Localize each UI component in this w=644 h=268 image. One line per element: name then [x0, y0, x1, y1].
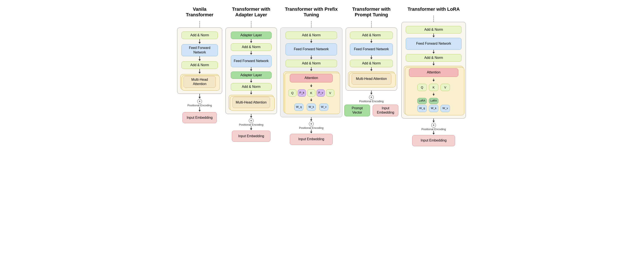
- mha-vanilla: Multi-Head Attention: [184, 76, 216, 88]
- svg-marker-51: [432, 64, 435, 66]
- svg-marker-35: [310, 120, 312, 121]
- add-norm-bot-vanilla: Add & Norm: [182, 62, 218, 69]
- svg-marker-43: [370, 69, 372, 71]
- svg-marker-33: [310, 100, 312, 101]
- pos-enc-label-prompt: Positional Encoding: [359, 100, 384, 103]
- ffn-lora: Feed Forward Network: [406, 38, 462, 50]
- k-prefix: K: [307, 89, 315, 97]
- add-norm-top-lora: Add & Norm: [406, 26, 462, 34]
- svg-marker-23: [250, 128, 252, 130]
- diagram-prefix: Transformer with Prefix Tuning Add & Nor…: [283, 6, 339, 145]
- svg-marker-21: [250, 116, 252, 118]
- v-prefix: V: [326, 89, 334, 97]
- prompt-vector: Prompt Vector: [344, 104, 370, 116]
- title-prompt: Transformer with Prompt Tuning: [348, 6, 395, 18]
- mha-outer-adapter: Multi-Head Attention: [228, 95, 274, 110]
- svg-marker-13: [250, 53, 252, 55]
- arrow-vanilla-5: [198, 107, 202, 112]
- dashed-top-prompt: [371, 21, 372, 28]
- add-norm-bot-adapter: Add & Norm: [231, 83, 272, 90]
- add-norm-bot-prompt: Add & Norm: [350, 60, 393, 67]
- lora-q: LoRA: [417, 98, 427, 104]
- title-lora: Transformer with LoRA: [408, 6, 460, 12]
- k-lora: K: [429, 84, 438, 91]
- wk-prefix: W_k: [307, 104, 316, 111]
- outer-prefix: Add & Norm Feed Forward Network Add & No…: [280, 28, 342, 117]
- svg-marker-5: [198, 72, 201, 74]
- add-norm-top-prefix: Add & Norm: [286, 32, 337, 39]
- add-norm-mid-lora: Add & Norm: [406, 54, 462, 62]
- add-norm-top-vanilla: Add & Norm: [182, 32, 218, 39]
- title-vanilla: Vanila Transformer: [180, 6, 219, 18]
- plus-prefix: +: [309, 122, 314, 126]
- wq-lora: W_q: [417, 105, 427, 112]
- diagram-lora: Transformer with LoRA Add & Norm Feed Fo…: [404, 6, 464, 146]
- svg-marker-39: [370, 41, 372, 43]
- diagrams-container: Vanila Transformer Add & Norm Feed Forwa…: [4, 6, 640, 146]
- dashed-top-adapter: [251, 21, 251, 28]
- dashed-top-lora: [434, 16, 434, 22]
- pos-enc-label-lora: Positional Encoding: [422, 128, 446, 131]
- add-norm-top-prompt: Add & Norm: [350, 32, 393, 39]
- plus-prompt: +: [369, 95, 374, 100]
- svg-marker-9: [198, 110, 201, 112]
- arrow-vanilla-2: [198, 56, 202, 62]
- title-adapter: Transformer with Adapter Layer: [228, 6, 275, 18]
- svg-marker-49: [432, 52, 435, 54]
- attention-lora: Attention: [409, 68, 458, 77]
- input-lora: Input Embedding: [412, 135, 455, 146]
- svg-marker-1: [198, 42, 201, 44]
- outer-adapter: Adapter Layer Add & Norm Feed Forward Ne…: [226, 28, 277, 114]
- wv-prefix: W_v: [319, 104, 328, 111]
- pos-enc-label-prefix: Positional Encoding: [299, 126, 324, 130]
- svg-marker-45: [370, 93, 372, 94]
- ffn-prompt: Feed Forward Network: [350, 44, 393, 56]
- diagram-vanilla: Vanila Transformer Add & Norm Feed Forwa…: [180, 6, 219, 123]
- svg-marker-3: [198, 59, 201, 61]
- mha-outer-vanilla: Multi-Head Attention: [180, 74, 219, 90]
- wq-prefix: W_q: [294, 104, 303, 111]
- svg-marker-17: [250, 81, 252, 83]
- outer-lora: Add & Norm Feed Forward Network Add & No…: [402, 22, 466, 118]
- wv-lora: W_v: [440, 105, 450, 112]
- add-norm-mid-prefix: Add & Norm: [286, 60, 337, 67]
- input-adapter: Input Embedding: [232, 130, 270, 142]
- input-prefix: Input Embedding: [290, 134, 333, 145]
- svg-marker-11: [250, 41, 252, 43]
- plus-adapter: +: [249, 118, 254, 123]
- diagram-prompt: Transformer with Prompt Tuning Add & Nor…: [348, 6, 395, 116]
- svg-marker-29: [310, 69, 312, 71]
- pos-enc-label-adapter: Positional Encoding: [239, 123, 264, 126]
- title-prefix: Transformer with Prefix Tuning: [283, 6, 339, 18]
- mha-outer-prompt: Multi-Head Attention: [348, 72, 395, 86]
- attention-outer-prefix: Attention Q P_k K P_v V W_q W_k W_v: [283, 72, 339, 113]
- svg-marker-57: [432, 121, 435, 122]
- q-lora: Q: [417, 84, 427, 91]
- plus-lora: +: [431, 123, 436, 128]
- svg-marker-55: [432, 94, 435, 96]
- diagram-adapter: Transformer with Adapter Layer Adapter L…: [228, 6, 275, 142]
- input-vanilla: Input Embedding: [182, 112, 217, 123]
- dashed-top-prefix: [311, 21, 312, 28]
- svg-marker-19: [250, 93, 252, 94]
- lora-k: LoRA: [429, 98, 438, 104]
- v-lora: V: [440, 84, 450, 91]
- outer-prompt: Add & Norm Feed Forward Network Add & No…: [346, 28, 397, 90]
- adapter-top: Adapter Layer: [231, 32, 272, 39]
- adapter-bot: Adapter Layer: [231, 72, 272, 79]
- ffn-adapter: Feed Forward Network: [231, 55, 272, 67]
- svg-marker-47: [432, 36, 435, 37]
- plus-vanilla: +: [197, 99, 202, 104]
- outer-vanilla: Add & Norm Feed Forward Network Add & No…: [177, 28, 222, 94]
- svg-marker-31: [310, 86, 312, 87]
- mha-prompt: Multi-Head Attention: [352, 74, 391, 84]
- svg-marker-41: [370, 58, 372, 59]
- arrow-ffn-vanilla: [198, 39, 202, 44]
- dashed-top-vanilla: [200, 21, 200, 28]
- svg-marker-27: [310, 58, 312, 59]
- q-prefix: Q: [288, 89, 296, 97]
- wk-lora: W_k: [429, 105, 438, 112]
- svg-marker-37: [310, 132, 312, 133]
- pos-enc-label-vanilla: Positional Encoding: [188, 104, 212, 107]
- svg-marker-15: [250, 69, 252, 71]
